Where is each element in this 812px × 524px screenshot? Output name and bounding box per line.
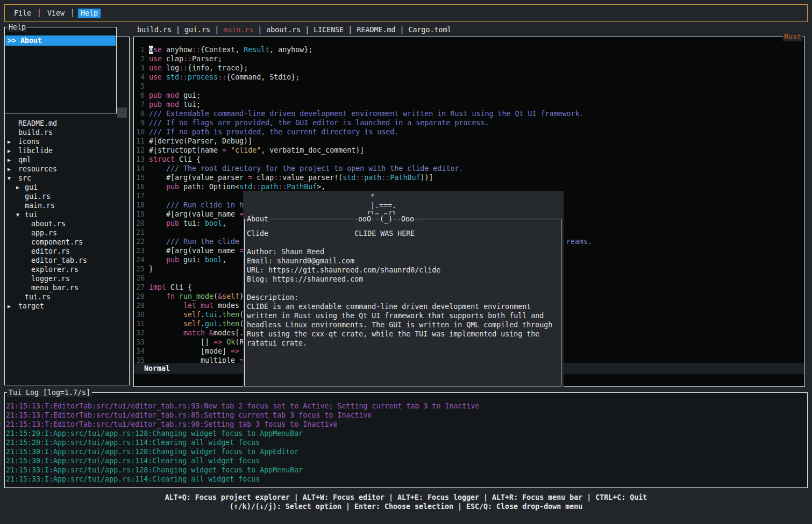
code-line-16[interactable]: 16 pub path: Option<std::path::PathBuf>, <box>134 182 804 191</box>
line-number: 17 <box>134 191 145 200</box>
about-text-line: CLIDE is an extendable command-line driv… <box>247 302 531 311</box>
ascii-art-line: |.===. <box>371 201 396 210</box>
code-line-7[interactable]: 7pub mod tui; <box>134 100 804 109</box>
tree-item-src[interactable]: ▼src <box>5 174 129 183</box>
tab-build-rs[interactable]: build.rs <box>137 26 172 34</box>
line-number: 15 <box>134 173 145 182</box>
tree-item-app-rs[interactable]: app.rs <box>5 228 129 238</box>
log-entry: 21:15:30:I:App:src/tui/app.rs:128:Changi… <box>6 447 298 456</box>
about-text-line: Blog: https://shaunreed.com <box>247 275 363 284</box>
line-number: 14 <box>134 164 145 173</box>
tree-item-about-rs[interactable]: about.rs <box>5 219 129 228</box>
tree-item-gui[interactable]: ▶gui <box>5 183 129 192</box>
line-number: 4 <box>134 73 145 82</box>
tree-item-component-rs[interactable]: component.rs <box>5 238 129 247</box>
tree-item-build-rs[interactable]: build.rs <box>5 128 129 137</box>
tree-item-menu-bar-rs[interactable]: menu_bar.rs <box>5 283 129 292</box>
tab-separator: | <box>344 26 357 34</box>
tree-item-main-rs[interactable]: main.rs <box>5 201 129 210</box>
code-text: match &modes[. <box>149 328 244 338</box>
tree-item-resources[interactable]: ▶resources <box>5 164 129 174</box>
code-line-12[interactable]: 12#[structopt(name = "clide", verbatim_d… <box>134 146 804 155</box>
tree-item-libclide[interactable]: ▶libclide <box>5 146 129 155</box>
about-text-line: written in Rust using the Qt UI framewor… <box>247 311 544 320</box>
tree-item-target[interactable]: ▶target <box>5 302 129 311</box>
editor-tab-bar: build.rs | gui.rs | main.rs | about.rs |… <box>137 25 452 34</box>
code-line-13[interactable]: 13struct Cli { <box>134 155 804 164</box>
code-line-15[interactable]: 15 #[arg(value_parser = clap::value_pars… <box>134 173 804 182</box>
code-text: /// Extendable command-line driven devel… <box>149 109 584 118</box>
code-line-1[interactable]: 1use anyhow::{Context, Result, anyhow}; <box>134 45 804 54</box>
code-text: pub tui: bool, <box>149 219 226 228</box>
about-dialog-box: About -ooO--(_)--Ooo- Clide CLIDE WAS HE… <box>244 219 561 386</box>
tree-item-qml[interactable]: ▶qml <box>5 155 129 164</box>
line-number: 21 <box>134 228 145 237</box>
code-text: /// If no flags are provided, the GUI ed… <box>149 118 489 127</box>
tab-cargo-toml[interactable]: Cargo.toml <box>408 26 451 34</box>
code-line-14[interactable]: 14 /// The root directory for the projec… <box>134 164 804 173</box>
tab-license[interactable]: LICENSE <box>314 26 344 34</box>
tree-item-editor-rs[interactable]: editor.rs <box>5 247 129 256</box>
code-text: use std::process::{Command, Stdio}; <box>149 73 300 82</box>
code-text: pub mod gui; <box>149 91 201 100</box>
line-number: 5 <box>134 82 145 91</box>
code-line-5[interactable]: 5 <box>134 82 804 91</box>
line-number: 3 <box>134 63 145 73</box>
menu-separator: │ <box>67 9 78 17</box>
tab-separator: | <box>301 26 314 34</box>
code-line-11[interactable]: 11#[derive(Parser, Debug)] <box>134 137 804 146</box>
code-text: #[derive(Parser, Debug)] <box>149 137 252 146</box>
code-line-10[interactable]: 10/// If no path is provided, the curren… <box>134 127 804 137</box>
about-text-line: Email: shaunrd0@gmail.com <box>247 256 354 265</box>
help-scrollbar-thumb[interactable] <box>117 107 127 118</box>
chevron-down-icon: ▼ <box>8 174 11 183</box>
tree-item-label: tui <box>25 210 38 219</box>
tree-item-gui-rs[interactable]: gui.rs <box>5 192 129 201</box>
tab-main-rs[interactable]: main.rs <box>223 26 253 34</box>
line-number: 1 <box>134 45 145 54</box>
line-number: 7 <box>134 100 145 109</box>
tree-item-readme-md[interactable]: README.md <box>5 119 129 128</box>
line-number: 26 <box>134 274 145 283</box>
code-line-9[interactable]: 9/// If no flags are provided, the GUI e… <box>134 118 804 127</box>
about-popup: *|.===.{}o o{} About -ooO--(_)--Ooo- Cli… <box>243 191 564 391</box>
tree-item-label: build.rs <box>18 128 53 137</box>
code-text: pub gui: bool, <box>149 255 226 264</box>
line-number: 19 <box>134 210 145 219</box>
menu-item-help[interactable]: Help <box>78 9 101 18</box>
tree-item-label: README.md <box>18 119 57 128</box>
menu-item-file[interactable]: File <box>11 9 34 18</box>
line-number: 10 <box>134 127 145 137</box>
tree-item-editor-tab-rs[interactable]: editor_tab.rs <box>5 256 129 265</box>
tree-item-tui-rs[interactable]: tui.rs <box>5 292 129 302</box>
code-line-4[interactable]: 4use std::process::{Command, Stdio}; <box>134 73 804 82</box>
tree-item-label: logger.rs <box>31 274 70 283</box>
tree-item-icons[interactable]: ▶icons <box>5 137 129 146</box>
tab-separator: | <box>172 26 184 34</box>
code-text: use log::{info, trace}; <box>149 63 248 73</box>
tab-about-rs[interactable]: about.rs <box>266 26 301 34</box>
tree-item-explorer-rs[interactable]: explorer.rs <box>5 265 129 274</box>
tree-item-label: src <box>18 174 31 183</box>
line-number: 29 <box>134 301 145 310</box>
tree-item-logger-rs[interactable]: logger.rs <box>5 274 129 283</box>
code-line-2[interactable]: 2use clap::Parser; <box>134 54 804 63</box>
menu-item-view[interactable]: View <box>45 9 67 18</box>
help-option-about[interactable]: >> About <box>5 35 116 46</box>
line-number: 13 <box>134 155 145 164</box>
tree-item-label: explorer.rs <box>31 265 79 274</box>
code-line-8[interactable]: 8/// Extendable command-line driven deve… <box>134 109 804 118</box>
tab-readme-md[interactable]: README.md <box>357 26 395 34</box>
code-line-6[interactable]: 6pub mod gui; <box>134 91 804 100</box>
line-number: 32 <box>134 328 145 338</box>
tui-log-panel: Tui Log [log=1.7/s] 21:15:13:T:EditorTab… <box>4 392 808 488</box>
log-entry: 21:15:30:I:App:src/tui/app.rs:114:Cleari… <box>6 456 260 465</box>
tree-item-label: target <box>18 302 44 311</box>
tree-item-tui[interactable]: ▼tui <box>5 210 129 219</box>
menu-bar: File│View│Help <box>4 4 808 22</box>
log-entry: 21:15:20:I:App:src/tui/app.rs:128:Changi… <box>6 429 303 438</box>
tab-gui-rs[interactable]: gui.rs <box>184 26 210 34</box>
code-text: /// Run the clide <box>149 237 239 246</box>
tab-separator: | <box>210 26 223 34</box>
code-line-3[interactable]: 3use log::{info, trace}; <box>134 63 804 73</box>
